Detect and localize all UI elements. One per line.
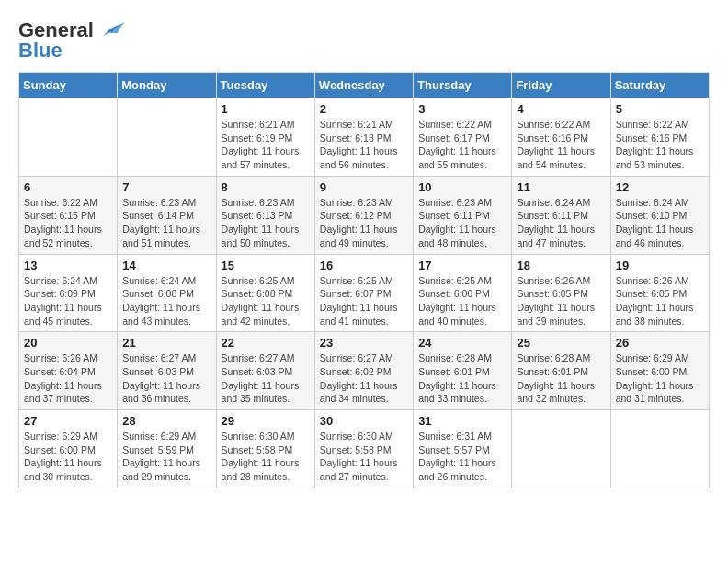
calendar-day-cell: 21 Sunrise: 6:27 AM Sunset: 6:03 PM Dayl… xyxy=(118,332,216,410)
sunset: Sunset: 6:04 PM xyxy=(24,366,96,377)
sunset: Sunset: 6:05 PM xyxy=(616,288,688,299)
daylight: Daylight: 11 hours and 54 minutes. xyxy=(517,145,595,170)
calendar-week-row: 6 Sunrise: 6:22 AM Sunset: 6:15 PM Dayli… xyxy=(19,176,710,254)
daylight: Daylight: 11 hours and 36 minutes. xyxy=(122,380,200,405)
day-info: Sunrise: 6:28 AM Sunset: 6:01 PM Dayligh… xyxy=(517,351,605,406)
calendar-day-cell: 2 Sunrise: 6:21 AM Sunset: 6:18 PM Dayli… xyxy=(314,98,413,177)
daylight: Daylight: 11 hours and 27 minutes. xyxy=(320,457,398,482)
weekday-header-cell: Wednesday xyxy=(314,73,413,98)
sunrise: Sunrise: 6:27 AM xyxy=(222,352,295,363)
day-info: Sunrise: 6:22 AM Sunset: 6:17 PM Dayligh… xyxy=(418,118,506,172)
day-info: Sunrise: 6:28 AM Sunset: 6:01 PM Dayligh… xyxy=(418,351,506,406)
daylight: Daylight: 11 hours and 26 minutes. xyxy=(418,457,496,482)
sunset: Sunset: 5:58 PM xyxy=(222,444,293,455)
day-info: Sunrise: 6:29 AM Sunset: 6:00 PM Dayligh… xyxy=(24,430,112,484)
weekday-header-cell: Saturday xyxy=(610,73,709,98)
day-info: Sunrise: 6:29 AM Sunset: 5:59 PM Dayligh… xyxy=(122,430,210,484)
day-number: 28 xyxy=(122,414,210,428)
day-info: Sunrise: 6:29 AM Sunset: 6:00 PM Dayligh… xyxy=(616,351,704,406)
day-number: 16 xyxy=(320,259,408,272)
sunrise: Sunrise: 6:25 AM xyxy=(222,275,295,286)
calendar-day-cell: 18 Sunrise: 6:26 AM Sunset: 6:05 PM Dayl… xyxy=(512,254,610,332)
sunset: Sunset: 5:57 PM xyxy=(418,444,490,455)
sunrise: Sunrise: 6:24 AM xyxy=(24,275,97,286)
sunrise: Sunrise: 6:22 AM xyxy=(616,119,689,130)
day-info: Sunrise: 6:25 AM Sunset: 6:07 PM Dayligh… xyxy=(320,274,408,328)
calendar-day-cell: 23 Sunrise: 6:27 AM Sunset: 6:02 PM Dayl… xyxy=(314,332,413,410)
sunrise: Sunrise: 6:25 AM xyxy=(418,275,492,286)
day-number: 26 xyxy=(616,336,704,350)
daylight: Daylight: 11 hours and 42 minutes. xyxy=(222,302,300,327)
daylight: Daylight: 11 hours and 46 minutes. xyxy=(616,224,694,248)
sunset: Sunset: 6:00 PM xyxy=(24,444,96,455)
daylight: Daylight: 11 hours and 50 minutes. xyxy=(222,224,300,248)
daylight: Daylight: 11 hours and 31 minutes. xyxy=(616,380,694,405)
calendar-day-cell: 20 Sunrise: 6:26 AM Sunset: 6:04 PM Dayl… xyxy=(19,332,118,410)
daylight: Daylight: 11 hours and 39 minutes. xyxy=(517,302,595,327)
day-info: Sunrise: 6:24 AM Sunset: 6:10 PM Dayligh… xyxy=(616,196,704,250)
calendar-day-cell: 31 Sunrise: 6:31 AM Sunset: 5:57 PM Dayl… xyxy=(414,410,512,488)
day-info: Sunrise: 6:25 AM Sunset: 6:08 PM Dayligh… xyxy=(222,274,310,328)
day-number: 11 xyxy=(517,180,605,194)
day-number: 7 xyxy=(122,180,210,194)
calendar-day-cell: 19 Sunrise: 6:26 AM Sunset: 6:05 PM Dayl… xyxy=(610,254,709,332)
sunset: Sunset: 6:03 PM xyxy=(122,366,194,377)
calendar-day-cell: 22 Sunrise: 6:27 AM Sunset: 6:03 PM Dayl… xyxy=(216,332,314,410)
daylight: Daylight: 11 hours and 30 minutes. xyxy=(24,457,102,482)
sunset: Sunset: 6:18 PM xyxy=(320,132,392,144)
daylight: Daylight: 11 hours and 38 minutes. xyxy=(616,302,694,327)
calendar-day-cell: 9 Sunrise: 6:23 AM Sunset: 6:12 PM Dayli… xyxy=(314,176,413,254)
day-info: Sunrise: 6:22 AM Sunset: 6:16 PM Dayligh… xyxy=(616,118,704,172)
sunset: Sunset: 6:03 PM xyxy=(222,366,293,377)
page-header: General Blue xyxy=(18,18,710,63)
day-number: 18 xyxy=(517,259,605,272)
sunset: Sunset: 6:00 PM xyxy=(616,366,688,377)
calendar-table: SundayMondayTuesdayWednesdayThursdayFrid… xyxy=(18,72,710,488)
daylight: Daylight: 11 hours and 32 minutes. xyxy=(517,380,595,405)
day-number: 2 xyxy=(320,102,408,116)
daylight: Daylight: 11 hours and 43 minutes. xyxy=(122,302,200,327)
sunset: Sunset: 6:13 PM xyxy=(222,210,293,221)
weekday-header-cell: Monday xyxy=(118,73,216,98)
sunrise: Sunrise: 6:27 AM xyxy=(320,352,393,363)
sunrise: Sunrise: 6:31 AM xyxy=(418,431,492,442)
calendar-day-cell xyxy=(118,98,216,177)
calendar-week-row: 20 Sunrise: 6:26 AM Sunset: 6:04 PM Dayl… xyxy=(19,332,710,410)
daylight: Daylight: 11 hours and 53 minutes. xyxy=(616,145,694,170)
sunset: Sunset: 6:12 PM xyxy=(320,210,392,221)
day-info: Sunrise: 6:24 AM Sunset: 6:11 PM Dayligh… xyxy=(517,196,605,250)
day-number: 3 xyxy=(418,102,506,116)
daylight: Daylight: 11 hours and 28 minutes. xyxy=(222,457,300,482)
sunrise: Sunrise: 6:25 AM xyxy=(320,275,393,286)
sunrise: Sunrise: 6:24 AM xyxy=(122,275,196,286)
day-number: 10 xyxy=(418,180,506,194)
calendar-week-row: 1 Sunrise: 6:21 AM Sunset: 6:19 PM Dayli… xyxy=(19,98,710,177)
sunrise: Sunrise: 6:22 AM xyxy=(24,197,97,208)
sunset: Sunset: 6:01 PM xyxy=(517,366,588,377)
sunset: Sunset: 6:08 PM xyxy=(222,288,293,299)
day-number: 27 xyxy=(24,414,112,428)
logo: General Blue xyxy=(18,18,125,63)
day-number: 30 xyxy=(320,414,408,428)
day-number: 13 xyxy=(24,259,112,272)
day-number: 29 xyxy=(222,414,310,428)
sunrise: Sunrise: 6:26 AM xyxy=(616,275,689,286)
day-number: 25 xyxy=(517,336,605,350)
day-number: 22 xyxy=(222,336,310,350)
calendar-day-cell: 17 Sunrise: 6:25 AM Sunset: 6:06 PM Dayl… xyxy=(414,254,512,332)
day-info: Sunrise: 6:26 AM Sunset: 6:04 PM Dayligh… xyxy=(24,351,112,406)
daylight: Daylight: 11 hours and 48 minutes. xyxy=(418,224,496,248)
daylight: Daylight: 11 hours and 56 minutes. xyxy=(320,145,398,170)
day-info: Sunrise: 6:26 AM Sunset: 6:05 PM Dayligh… xyxy=(517,274,605,328)
day-info: Sunrise: 6:21 AM Sunset: 6:19 PM Dayligh… xyxy=(222,118,310,172)
day-number: 1 xyxy=(222,102,310,116)
sunset: Sunset: 6:10 PM xyxy=(616,210,688,221)
day-info: Sunrise: 6:25 AM Sunset: 6:06 PM Dayligh… xyxy=(418,274,506,328)
sunset: Sunset: 6:05 PM xyxy=(517,288,588,299)
sunrise: Sunrise: 6:27 AM xyxy=(122,352,196,363)
calendar-day-cell: 26 Sunrise: 6:29 AM Sunset: 6:00 PM Dayl… xyxy=(610,332,709,410)
sunset: Sunset: 6:02 PM xyxy=(320,366,392,377)
logo-bird-icon xyxy=(96,20,125,40)
sunrise: Sunrise: 6:30 AM xyxy=(320,431,393,442)
calendar-day-cell xyxy=(19,98,118,177)
